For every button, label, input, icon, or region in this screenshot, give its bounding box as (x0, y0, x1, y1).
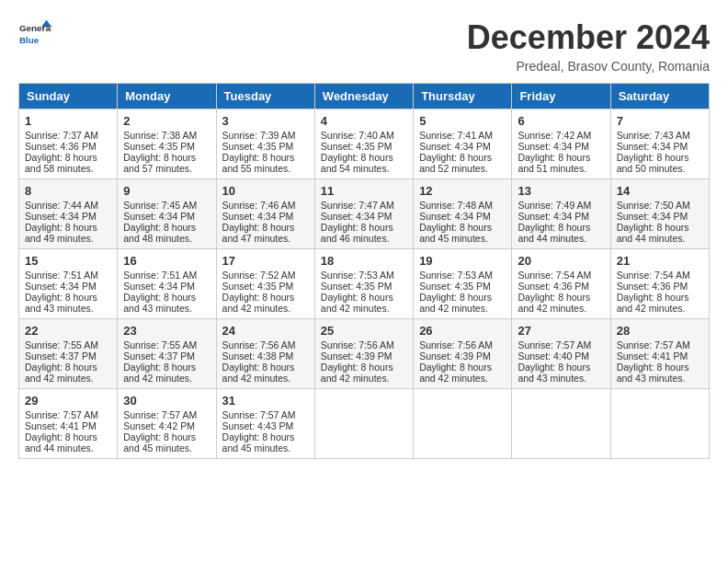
sunset-text: Sunset: 4:34 PM (617, 141, 688, 152)
title-block: December 2024 Predeal, Brasov County, Ro… (467, 18, 710, 74)
calendar-cell: 24 Sunrise: 7:56 AM Sunset: 4:38 PM Dayl… (216, 319, 314, 389)
sunset-text: Sunset: 4:35 PM (222, 281, 294, 292)
sunrise-text: Sunrise: 7:57 AM (222, 409, 296, 420)
calendar-cell: 17 Sunrise: 7:52 AM Sunset: 4:35 PM Dayl… (216, 249, 314, 319)
daylight-text: Daylight: 8 hours and 44 minutes. (25, 431, 97, 454)
calendar-cell: 5 Sunrise: 7:41 AM Sunset: 4:34 PM Dayli… (414, 109, 512, 179)
sunrise-text: Sunrise: 7:54 AM (617, 270, 690, 281)
day-number: 11 (321, 184, 407, 198)
sunrise-text: Sunrise: 7:48 AM (419, 200, 493, 211)
calendar-cell: 11 Sunrise: 7:47 AM Sunset: 4:34 PM Dayl… (314, 179, 413, 249)
day-number: 24 (222, 324, 309, 338)
day-number: 12 (419, 184, 506, 198)
calendar-cell: 2 Sunrise: 7:38 AM Sunset: 4:35 PM Dayli… (118, 109, 216, 179)
day-number: 9 (123, 184, 210, 198)
calendar-cell: 14 Sunrise: 7:50 AM Sunset: 4:34 PM Dayl… (610, 179, 709, 249)
day-number: 29 (25, 394, 111, 408)
calendar-table: SundayMondayTuesdayWednesdayThursdayFrid… (18, 83, 710, 459)
day-number: 15 (25, 254, 111, 268)
logo: General Blue (18, 18, 51, 52)
sunset-text: Sunset: 4:41 PM (617, 350, 688, 362)
sunset-text: Sunset: 4:40 PM (518, 350, 589, 362)
day-number: 4 (321, 114, 407, 128)
calendar-cell: 23 Sunrise: 7:55 AM Sunset: 4:37 PM Dayl… (118, 319, 216, 389)
sunset-text: Sunset: 4:34 PM (617, 211, 688, 222)
daylight-text: Daylight: 8 hours and 42 minutes. (25, 362, 97, 384)
calendar-cell: 12 Sunrise: 7:48 AM Sunset: 4:34 PM Dayl… (414, 179, 512, 249)
day-number: 7 (617, 114, 703, 128)
calendar-cell: 31 Sunrise: 7:57 AM Sunset: 4:43 PM Dayl… (216, 389, 314, 459)
calendar-cell: 13 Sunrise: 7:49 AM Sunset: 4:34 PM Dayl… (512, 179, 610, 249)
page-header: General Blue December 2024 Predeal, Bras… (18, 18, 710, 74)
sunrise-text: Sunrise: 7:50 AM (617, 200, 690, 211)
sunset-text: Sunset: 4:34 PM (222, 211, 294, 222)
calendar-cell: 30 Sunrise: 7:57 AM Sunset: 4:42 PM Dayl… (118, 389, 216, 459)
sunrise-text: Sunrise: 7:37 AM (25, 130, 98, 141)
sunrise-text: Sunrise: 7:56 AM (419, 339, 493, 350)
daylight-text: Daylight: 8 hours and 42 minutes. (222, 292, 295, 314)
sunrise-text: Sunrise: 7:44 AM (25, 200, 98, 211)
sunset-text: Sunset: 4:39 PM (321, 350, 392, 362)
calendar-cell: 10 Sunrise: 7:46 AM Sunset: 4:34 PM Dayl… (216, 179, 314, 249)
sunrise-text: Sunrise: 7:51 AM (123, 270, 197, 281)
daylight-text: Daylight: 8 hours and 55 minutes. (222, 152, 295, 174)
day-number: 28 (617, 324, 703, 338)
calendar-cell: 29 Sunrise: 7:57 AM Sunset: 4:41 PM Dayl… (19, 389, 118, 459)
sunrise-text: Sunrise: 7:56 AM (222, 339, 296, 350)
day-number: 3 (222, 114, 309, 128)
sunset-text: Sunset: 4:34 PM (419, 141, 491, 152)
calendar-cell: 6 Sunrise: 7:42 AM Sunset: 4:34 PM Dayli… (512, 109, 610, 179)
day-number: 10 (222, 184, 309, 198)
day-header-wednesday: Wednesday (314, 84, 413, 109)
calendar-cell (512, 389, 610, 459)
day-number: 13 (518, 184, 604, 198)
daylight-text: Daylight: 8 hours and 42 minutes. (419, 292, 492, 314)
location-subtitle: Predeal, Brasov County, Romania (467, 59, 710, 74)
daylight-text: Daylight: 8 hours and 49 minutes. (25, 222, 97, 244)
calendar-cell: 26 Sunrise: 7:56 AM Sunset: 4:39 PM Dayl… (414, 319, 512, 389)
calendar-cell: 27 Sunrise: 7:57 AM Sunset: 4:40 PM Dayl… (512, 319, 610, 389)
day-header-tuesday: Tuesday (216, 84, 314, 109)
sunset-text: Sunset: 4:34 PM (25, 281, 97, 292)
month-title: December 2024 (467, 18, 710, 57)
day-number: 6 (518, 114, 604, 128)
sunrise-text: Sunrise: 7:54 AM (518, 270, 591, 281)
day-header-sunday: Sunday (19, 84, 118, 109)
logo-icon: General Blue (18, 18, 51, 52)
sunset-text: Sunset: 4:34 PM (123, 281, 195, 292)
sunset-text: Sunset: 4:34 PM (518, 211, 589, 222)
day-number: 25 (321, 324, 407, 338)
sunrise-text: Sunrise: 7:40 AM (321, 130, 394, 141)
calendar-cell: 7 Sunrise: 7:43 AM Sunset: 4:34 PM Dayli… (610, 109, 709, 179)
daylight-text: Daylight: 8 hours and 45 minutes. (222, 431, 295, 454)
sunrise-text: Sunrise: 7:42 AM (518, 130, 591, 141)
day-number: 23 (123, 324, 210, 338)
calendar-cell: 3 Sunrise: 7:39 AM Sunset: 4:35 PM Dayli… (216, 109, 314, 179)
daylight-text: Daylight: 8 hours and 46 minutes. (321, 222, 393, 244)
day-number: 16 (123, 254, 210, 268)
sunrise-text: Sunrise: 7:45 AM (123, 200, 197, 211)
day-number: 30 (123, 394, 210, 408)
sunset-text: Sunset: 4:35 PM (123, 141, 195, 152)
sunrise-text: Sunrise: 7:55 AM (25, 339, 98, 350)
daylight-text: Daylight: 8 hours and 45 minutes. (123, 431, 196, 454)
sunset-text: Sunset: 4:36 PM (617, 281, 688, 292)
sunset-text: Sunset: 4:35 PM (321, 141, 392, 152)
daylight-text: Daylight: 8 hours and 43 minutes. (123, 292, 196, 314)
sunrise-text: Sunrise: 7:57 AM (518, 339, 591, 350)
day-number: 26 (419, 324, 506, 338)
daylight-text: Daylight: 8 hours and 45 minutes. (419, 222, 492, 244)
daylight-text: Daylight: 8 hours and 43 minutes. (518, 362, 590, 384)
calendar-cell (414, 389, 512, 459)
day-header-friday: Friday (512, 84, 610, 109)
sunset-text: Sunset: 4:34 PM (123, 211, 195, 222)
sunset-text: Sunset: 4:35 PM (222, 141, 294, 152)
day-number: 2 (123, 114, 210, 128)
daylight-text: Daylight: 8 hours and 47 minutes. (222, 222, 295, 244)
day-number: 1 (25, 114, 111, 128)
sunrise-text: Sunrise: 7:55 AM (123, 339, 197, 350)
daylight-text: Daylight: 8 hours and 58 minutes. (25, 152, 97, 174)
daylight-text: Daylight: 8 hours and 54 minutes. (321, 152, 393, 174)
sunrise-text: Sunrise: 7:43 AM (617, 130, 690, 141)
day-number: 18 (321, 254, 407, 268)
